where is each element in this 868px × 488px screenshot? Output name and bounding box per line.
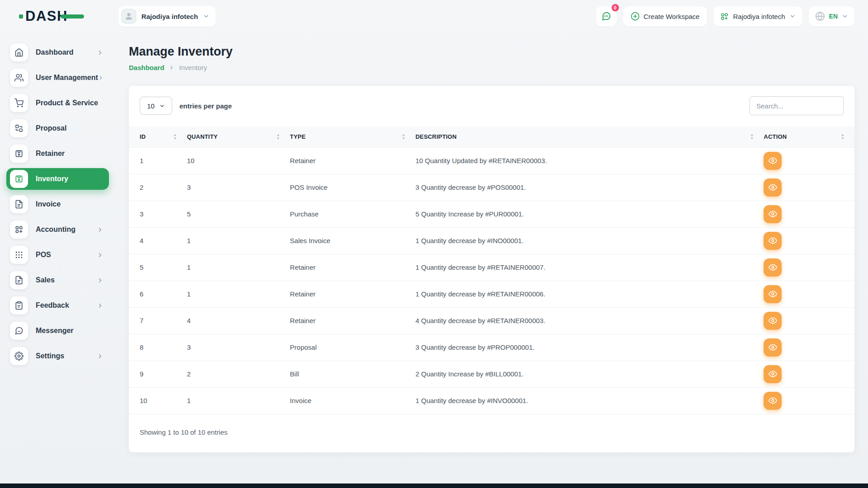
view-button[interactable] xyxy=(764,258,782,277)
chevron-right-icon xyxy=(97,252,104,258)
view-button[interactable] xyxy=(764,178,782,197)
sidebar-item-label: Settings xyxy=(36,352,64,360)
sidebar-item-pos[interactable]: POS xyxy=(6,244,109,266)
bottom-strip xyxy=(0,483,868,488)
table-row: 4 1 Sales Invoice 1 Quantity decrease by… xyxy=(129,227,854,254)
eye-icon xyxy=(769,236,777,245)
eye-icon xyxy=(769,210,777,218)
sidebar-item-label: Proposal xyxy=(36,124,66,132)
sidebar-item-accounting[interactable]: Accounting xyxy=(6,219,109,240)
cell-description: 10 Quantity Updated by #RETAINER00003. xyxy=(415,147,764,174)
column-header-type[interactable]: TYPE xyxy=(290,133,306,140)
cell-type: Bill xyxy=(290,361,415,387)
chat-bubble-icon xyxy=(601,11,611,21)
entries-per-page-label: entries per page xyxy=(179,102,232,110)
cell-type: Purchase xyxy=(290,201,415,227)
view-button[interactable] xyxy=(764,285,782,303)
cell-quantity: 5 xyxy=(187,201,290,227)
sidebar-item-label: Sales xyxy=(36,276,55,284)
view-button[interactable] xyxy=(764,365,782,383)
cell-description: 2 Quantity Increase by #BILL00001. xyxy=(415,361,764,387)
cell-quantity: 3 xyxy=(187,334,290,361)
cell-type: Retainer xyxy=(290,254,415,281)
sidebar-item-user-management[interactable]: User Management xyxy=(6,67,109,89)
cell-description: 1 Quantity decrease by #INVO00001. xyxy=(415,387,764,414)
column-header-description[interactable]: DESCRIPTION xyxy=(415,133,457,140)
main-content: Manage Inventory Dashboard Inventory 10 … xyxy=(115,33,868,452)
cell-type: Retainer xyxy=(290,281,415,307)
breadcrumb-dashboard-link[interactable]: Dashboard xyxy=(129,64,164,71)
sidebar-item-label: Inventory xyxy=(36,175,68,183)
chevron-down-icon xyxy=(842,13,848,19)
view-button[interactable] xyxy=(764,232,782,250)
sort-icon[interactable]: ▲▼ xyxy=(841,133,844,140)
view-button[interactable] xyxy=(764,338,782,357)
sidebar-item-retainer[interactable]: Retainer xyxy=(6,143,109,164)
eye-icon xyxy=(769,183,777,192)
sidebar-item-feedback[interactable]: Feedback xyxy=(6,295,109,316)
view-button[interactable] xyxy=(764,205,782,223)
sidebar-item-label: Product & Service xyxy=(36,99,98,107)
column-header-quantity[interactable]: QUANTITY xyxy=(187,133,217,140)
cell-type: Sales Invoice xyxy=(290,227,415,254)
sort-icon[interactable]: ▲▼ xyxy=(173,133,177,140)
entries-per-page-select[interactable]: 10 xyxy=(140,97,172,115)
messages-badge: 0 xyxy=(611,3,620,12)
messages-button[interactable]: 0 xyxy=(596,6,617,26)
sidebar-item-messenger[interactable]: Messenger xyxy=(6,320,109,342)
column-header-action[interactable]: ACTION xyxy=(764,133,787,140)
workspace-selector[interactable]: Rajodiya infotech xyxy=(118,6,216,27)
column-header-id[interactable]: ID xyxy=(140,133,146,140)
cell-id: 6 xyxy=(129,281,187,307)
sidebar-item-label: Retainer xyxy=(36,150,65,158)
view-button[interactable] xyxy=(764,392,782,410)
sidebar-item-inventory[interactable]: Inventory xyxy=(6,168,109,190)
chevron-right-icon xyxy=(97,353,104,360)
eye-icon xyxy=(769,263,777,272)
eye-icon xyxy=(769,396,777,405)
sidebar-item-invoice[interactable]: Invoice xyxy=(6,193,109,215)
table-row: 2 3 POS Invoice 3 Quantity decrease by #… xyxy=(129,174,854,201)
view-button[interactable] xyxy=(764,312,782,330)
cell-quantity: 1 xyxy=(187,254,290,281)
view-button[interactable] xyxy=(764,152,782,170)
chat-icon xyxy=(10,322,28,340)
language-selector[interactable]: EN xyxy=(809,6,854,26)
cell-type: Retainer xyxy=(290,147,415,174)
sidebar-item-product-service[interactable]: Product & Service xyxy=(6,92,109,114)
table-row: 7 4 Retainer 4 Quantity decrease by #RET… xyxy=(129,307,854,334)
file-icon xyxy=(10,195,28,213)
logo-dot xyxy=(19,14,23,19)
cell-id: 8 xyxy=(129,334,187,361)
cell-quantity: 4 xyxy=(187,307,290,334)
sidebar-item-sales[interactable]: Sales xyxy=(6,269,109,291)
table-header-row: ID▲▼ QUANTITY▲▼ TYPE▲▼ DESCRIPTION▲▼ ACT… xyxy=(129,127,854,147)
top-bar-actions: 0 Create Workspace Rajodiya infotech EN xyxy=(596,6,854,26)
sort-icon[interactable]: ▲▼ xyxy=(402,133,406,140)
create-workspace-button[interactable]: Create Workspace xyxy=(623,6,708,26)
language-code: EN xyxy=(829,13,838,20)
app-logo[interactable]: DASH xyxy=(19,8,84,24)
sidebar-item-label: POS xyxy=(36,251,51,259)
home-icon xyxy=(10,43,28,61)
workspace-switcher[interactable]: Rajodiya infotech xyxy=(713,6,802,26)
table-row: 1 10 Retainer 10 Quantity Updated by #RE… xyxy=(129,147,854,174)
search-input[interactable] xyxy=(750,96,844,115)
sort-icon[interactable]: ▲▼ xyxy=(276,133,280,140)
sidebar-item-settings[interactable]: Settings xyxy=(6,345,109,367)
cell-id: 5 xyxy=(129,254,187,281)
sort-icon[interactable]: ▲▼ xyxy=(750,133,754,140)
sidebar-item-label: Messenger xyxy=(36,327,74,335)
cell-description: 3 Quantity decrease by #PROP000001. xyxy=(415,334,764,361)
sidebar-item-proposal[interactable]: Proposal xyxy=(6,117,109,139)
entries-per-page-value: 10 xyxy=(147,102,155,110)
logo-dash-bar xyxy=(61,14,84,19)
clipboard-icon xyxy=(10,296,28,314)
cell-quantity: 1 xyxy=(187,227,290,254)
save-icon xyxy=(10,145,28,163)
table-row: 5 1 Retainer 1 Quantity decrease by #RET… xyxy=(129,254,854,281)
sidebar: Dashboard User Management Product & Serv… xyxy=(0,33,115,371)
cell-description: 1 Quantity decrease by #INO00001. xyxy=(415,227,764,254)
sidebar-item-dashboard[interactable]: Dashboard xyxy=(6,42,109,63)
cell-id: 7 xyxy=(129,307,187,334)
